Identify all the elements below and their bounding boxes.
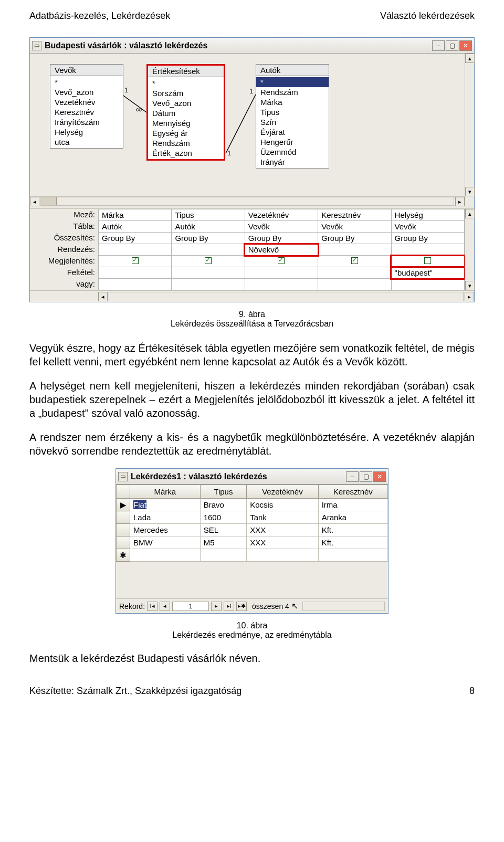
grid-cell[interactable]: Márka <box>99 209 172 221</box>
scroll-track[interactable] <box>465 218 474 281</box>
grid-cell[interactable] <box>172 279 245 290</box>
field-item[interactable]: Márka <box>256 97 329 107</box>
grid-cell-show[interactable] <box>245 256 318 267</box>
field-item[interactable]: Vevő_azon <box>50 87 123 97</box>
data-cell[interactable] <box>247 549 319 562</box>
data-cell[interactable] <box>130 549 201 562</box>
grid-cell[interactable] <box>318 279 391 290</box>
field-item[interactable]: Irányár <box>256 157 329 167</box>
nav-prev-icon[interactable]: ◂ <box>160 602 170 611</box>
field-item[interactable]: Érték_azon <box>148 148 224 158</box>
field-item[interactable]: Keresztnév <box>50 107 123 117</box>
grid-cell[interactable]: Vevők <box>245 221 318 233</box>
scroll-up-icon[interactable]: ▴ <box>465 209 475 218</box>
scroll-down-icon[interactable]: ▾ <box>465 187 475 196</box>
data-cell[interactable]: BMW <box>130 536 201 549</box>
grid-cell[interactable] <box>99 267 172 279</box>
field-item[interactable]: utca <box>50 137 123 147</box>
field-item[interactable]: Évjárat <box>256 127 329 137</box>
scroll-track[interactable] <box>40 197 454 206</box>
field-item[interactable]: Egység ár <box>148 128 224 138</box>
datasheet-grid[interactable]: Márka Tipus Vezetéknév Keresztnév ▶ Fiat… <box>116 485 388 562</box>
grid-cell[interactable]: Keresztnév <box>318 209 391 221</box>
field-item[interactable]: Mennyiség <box>148 118 224 128</box>
grid-cell[interactable]: Tipus <box>172 209 245 221</box>
data-cell[interactable]: Lada <box>130 511 201 524</box>
row-selector[interactable] <box>117 511 130 524</box>
data-cell[interactable]: Kocsis <box>247 499 319 511</box>
grid-cell[interactable]: Group By <box>172 233 245 244</box>
grid-cell[interactable] <box>318 267 391 279</box>
field-item[interactable]: Irányítószám <box>50 117 123 127</box>
table-ertekesitesek[interactable]: Értékesítések * Sorszám Vevő_azon Dátum … <box>146 64 225 161</box>
field-item[interactable]: Helység <box>50 127 123 137</box>
checkbox-icon[interactable] <box>424 257 431 264</box>
field-item[interactable]: * <box>256 77 329 87</box>
grid-cell[interactable] <box>99 279 172 290</box>
data-cell[interactable]: Aranka <box>318 511 387 524</box>
maximize-button[interactable]: ▢ <box>360 471 372 482</box>
close-button[interactable]: ✕ <box>373 471 386 482</box>
checkbox-icon[interactable] <box>351 257 358 264</box>
grid-horizontal-scrollbar[interactable]: ◂ ▸ <box>30 290 474 302</box>
data-cell[interactable]: M5 <box>200 536 246 549</box>
column-header[interactable]: Tipus <box>200 485 246 499</box>
field-item[interactable]: Üzemmód <box>256 147 329 157</box>
data-cell[interactable]: Kft. <box>318 536 387 549</box>
horizontal-scrollbar[interactable]: ◂ ▸ <box>30 196 465 206</box>
grid-cell-show[interactable] <box>99 256 172 267</box>
data-cell[interactable]: Bravo <box>200 499 246 511</box>
checkbox-icon[interactable] <box>205 257 212 264</box>
data-cell[interactable]: Fiat <box>130 499 201 511</box>
checkbox-icon[interactable] <box>278 257 285 264</box>
data-cell[interactable] <box>200 549 246 562</box>
design-grid[interactable]: Márka Tipus Vezetéknév Keresztnév Helysé… <box>98 209 465 290</box>
row-selector[interactable]: ▶ <box>117 499 130 511</box>
grid-cell[interactable]: Autók <box>99 221 172 233</box>
minimize-button[interactable]: – <box>346 471 359 482</box>
checkbox-icon[interactable] <box>132 257 139 264</box>
field-item[interactable]: * <box>50 77 123 87</box>
new-row-selector[interactable]: ✱ <box>117 549 130 562</box>
data-cell[interactable]: Kft. <box>318 524 387 536</box>
field-item[interactable]: Szín <box>256 117 329 127</box>
column-header[interactable]: Márka <box>130 485 201 499</box>
nav-last-icon[interactable]: ▸І <box>224 602 234 611</box>
data-cell[interactable]: SEL <box>200 524 246 536</box>
field-item[interactable]: * <box>148 78 224 88</box>
vertical-scrollbar[interactable]: ▴ ▾ <box>465 54 474 206</box>
field-item[interactable]: Sorszám <box>148 88 224 98</box>
grid-cell[interactable] <box>172 244 245 256</box>
record-number-field[interactable]: 1 <box>172 602 209 611</box>
data-cell[interactable]: 1600 <box>200 511 246 524</box>
grid-cell-show-highlight[interactable] <box>391 256 464 267</box>
maximize-button[interactable]: ▢ <box>446 40 458 51</box>
data-cell[interactable]: Mercedes <box>130 524 201 536</box>
titlebar[interactable]: ▭ Budapesti vásárlók : választó lekérdez… <box>30 38 474 54</box>
data-cell[interactable]: Tank <box>247 511 319 524</box>
grid-cell-show[interactable] <box>172 256 245 267</box>
data-cell[interactable]: XXX <box>247 524 319 536</box>
field-item[interactable]: Dátum <box>148 108 224 118</box>
grid-cell[interactable] <box>391 244 464 256</box>
grid-cell[interactable] <box>391 279 464 290</box>
scroll-right-icon[interactable]: ▸ <box>465 292 474 301</box>
scroll-left-icon[interactable]: ◂ <box>30 197 39 206</box>
grid-cell[interactable] <box>172 267 245 279</box>
field-item[interactable]: Vezetéknév <box>50 97 123 107</box>
grid-cell-show[interactable] <box>318 256 391 267</box>
grid-cell[interactable]: Vezetéknév <box>245 209 318 221</box>
field-item[interactable]: Rendszám <box>256 87 329 97</box>
scroll-right-icon[interactable]: ▸ <box>455 197 465 206</box>
grid-cell-sort-highlight[interactable]: Növekvő <box>245 244 318 256</box>
grid-cell[interactable] <box>318 244 391 256</box>
scroll-down-icon[interactable]: ▾ <box>465 281 475 290</box>
scroll-up-icon[interactable]: ▴ <box>465 54 475 63</box>
grid-cell[interactable]: Helység <box>391 209 464 221</box>
grid-cell[interactable] <box>245 279 318 290</box>
close-button[interactable]: ✕ <box>459 40 472 51</box>
field-item[interactable]: Tipus <box>256 107 329 117</box>
field-item[interactable]: Hengerűr <box>256 137 329 147</box>
scroll-thumb[interactable] <box>41 197 57 205</box>
grid-cell[interactable]: Group By <box>99 233 172 244</box>
